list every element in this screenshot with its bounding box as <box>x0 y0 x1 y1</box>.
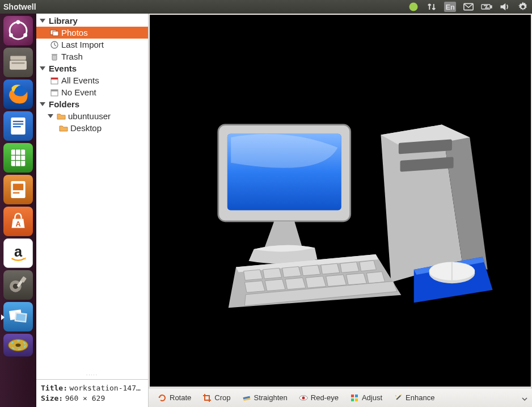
info-title-label: Title: <box>41 384 67 392</box>
tree-item-label: Photos <box>61 28 88 37</box>
calendar-icon <box>50 76 59 85</box>
tree-item-label: Last Import <box>61 40 104 49</box>
chevron-down-icon <box>40 19 45 23</box>
svg-rect-34 <box>16 314 26 321</box>
launcher-settings[interactable] <box>3 270 33 300</box>
button-label: Enhance <box>406 393 434 402</box>
tree-label: Events <box>49 64 77 73</box>
trash-icon <box>50 52 59 61</box>
info-panel: Title: workstation-147… Size: 960 × 629 <box>36 379 148 407</box>
svg-point-7 <box>9 33 13 37</box>
launcher-dash[interactable] <box>3 16 33 45</box>
launcher-amazon[interactable]: a <box>3 238 33 268</box>
svg-rect-10 <box>10 61 27 70</box>
enhance-icon <box>394 393 403 402</box>
svg-rect-45 <box>51 78 58 79</box>
adjust-icon <box>350 393 359 402</box>
tree-all-events[interactable]: All Events <box>36 74 148 86</box>
svg-rect-2 <box>482 5 490 9</box>
tree-photos[interactable]: Photos <box>36 27 148 39</box>
keyboard-indicator[interactable]: En <box>444 2 456 12</box>
tree-label: Library <box>49 16 78 26</box>
svg-point-0 <box>409 3 418 11</box>
button-label: Red-eye <box>311 393 339 402</box>
app-title: Shotwell <box>3 2 36 11</box>
launcher-firefox[interactable] <box>3 79 33 109</box>
tree-trash[interactable]: Trash <box>36 51 148 62</box>
svg-point-37 <box>15 343 20 347</box>
svg-point-4 <box>521 5 525 9</box>
sidebar: Library Photos Last Import Trash Events <box>36 14 149 407</box>
launcher-calc[interactable] <box>3 143 33 173</box>
launcher-disc[interactable] <box>3 334 33 356</box>
shotwell-window: Library Photos Last Import Trash Events <box>36 14 532 407</box>
launcher-shotwell[interactable] <box>3 302 33 332</box>
tree-item-label: ubuntuuser <box>68 111 111 121</box>
photos-icon <box>50 28 59 37</box>
tree-folder-user[interactable]: ubuntuuser <box>36 110 148 122</box>
svg-text:a: a <box>14 244 23 259</box>
rotate-button[interactable]: Rotate <box>153 392 196 404</box>
sidebar-tree: Library Photos Last Import Trash Events <box>36 14 148 374</box>
svg-point-6 <box>16 20 20 24</box>
svg-rect-62 <box>351 398 354 401</box>
chevron-down-icon <box>40 102 45 106</box>
info-size-value: 960 × 629 <box>65 394 105 402</box>
tree-item-label: Trash <box>61 52 83 61</box>
adjust-button[interactable]: Adjust <box>345 392 387 404</box>
button-label: Adjust <box>362 393 382 402</box>
svg-rect-63 <box>355 398 358 401</box>
straighten-icon <box>242 393 251 402</box>
indicator-area: En <box>408 2 529 12</box>
bottom-toolbar: Rotate Crop Straighten Red-eye Adjust <box>149 388 532 407</box>
launcher-writer[interactable] <box>3 111 33 141</box>
svg-rect-11 <box>12 62 25 64</box>
tree-folders[interactable]: Folders <box>36 98 148 110</box>
tree-no-event[interactable]: No Event <box>36 86 148 98</box>
tree-label: Folders <box>49 99 79 109</box>
button-label: Crop <box>214 393 230 402</box>
svg-rect-25 <box>13 192 20 194</box>
enhance-button[interactable]: Enhance <box>389 392 439 404</box>
unity-launcher: A a <box>0 14 36 407</box>
mail-icon[interactable] <box>463 2 474 12</box>
calendar-blank-icon <box>50 88 59 97</box>
launcher-software[interactable]: A <box>3 207 33 236</box>
svg-rect-3 <box>491 6 492 8</box>
photo-viewer[interactable] <box>150 15 531 387</box>
sound-icon[interactable] <box>499 2 510 12</box>
battery-icon[interactable] <box>481 2 492 12</box>
crop-icon <box>202 393 212 402</box>
svg-point-8 <box>23 33 27 37</box>
messaging-icon[interactable] <box>408 2 419 12</box>
toolbar-menu-button[interactable] <box>522 395 527 401</box>
svg-rect-40 <box>53 31 58 36</box>
tree-item-label: Desktop <box>70 123 102 133</box>
tree-events[interactable]: Events <box>36 62 148 74</box>
svg-rect-61 <box>355 395 358 397</box>
pane-separator[interactable]: ····· <box>36 374 148 379</box>
tree-item-label: No Event <box>61 87 96 97</box>
network-icon[interactable] <box>426 2 437 12</box>
svg-rect-64 <box>396 395 401 400</box>
svg-rect-17 <box>11 149 25 166</box>
gear-icon[interactable] <box>517 2 529 12</box>
launcher-files[interactable] <box>3 48 33 77</box>
crop-button[interactable]: Crop <box>198 392 235 404</box>
redeye-button[interactable]: Red-eye <box>294 392 343 404</box>
tree-folder-desktop[interactable]: Desktop <box>36 122 148 134</box>
viewer-area: Rotate Crop Straighten Red-eye Adjust <box>149 14 532 407</box>
svg-rect-47 <box>51 90 58 91</box>
rotate-icon <box>158 393 167 402</box>
straighten-button[interactable]: Straighten <box>238 392 292 404</box>
button-label: Straighten <box>254 393 288 402</box>
clock-icon <box>50 40 59 49</box>
info-title-value: workstation-147… <box>70 384 141 392</box>
tree-library[interactable]: Library <box>36 15 148 27</box>
chevron-down-icon <box>48 114 53 118</box>
svg-rect-9 <box>10 56 26 60</box>
launcher-impress[interactable] <box>3 175 33 204</box>
svg-rect-42 <box>52 55 57 60</box>
tree-last-import[interactable]: Last Import <box>36 39 148 51</box>
svg-point-59 <box>302 396 305 399</box>
